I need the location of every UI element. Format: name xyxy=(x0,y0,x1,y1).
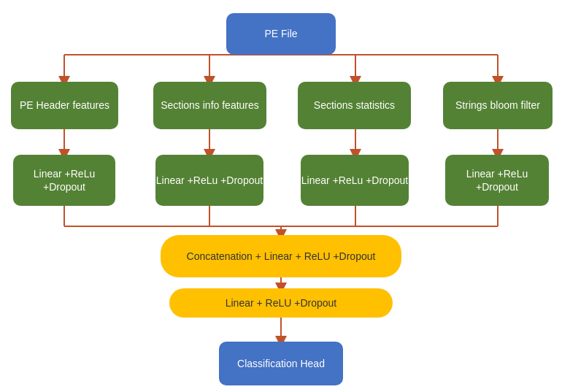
strings-bloom-label: Strings bloom filter xyxy=(455,99,540,112)
linear4-label: Linear +ReLu +Dropout xyxy=(445,167,549,193)
diagram: PE File PE Header features Sections info… xyxy=(0,0,562,392)
class-head-node: Classification Head xyxy=(219,342,343,385)
sections-stats-label: Sections statistics xyxy=(314,99,395,112)
strings-bloom-node: Strings bloom filter xyxy=(443,82,553,129)
linear1-node: Linear +ReLu +Dropout xyxy=(13,155,115,206)
pe-header-label: PE Header features xyxy=(20,99,109,112)
pe-header-node: PE Header features xyxy=(11,82,118,129)
linear3-label: Linear +ReLu +Dropout xyxy=(301,174,408,187)
concat-label: Concatenation + Linear + ReLU +Dropout xyxy=(187,250,376,263)
pe-file-node: PE File xyxy=(226,13,336,55)
linear5-node: Linear + ReLU +Dropout xyxy=(169,288,393,318)
linear1-label: Linear +ReLu +Dropout xyxy=(13,167,115,193)
class-head-label: Classification Head xyxy=(237,357,325,370)
linear4-node: Linear +ReLu +Dropout xyxy=(445,155,549,206)
linear2-label: Linear +ReLu +Dropout xyxy=(156,174,263,187)
sections-info-node: Sections info features xyxy=(153,82,266,129)
linear3-node: Linear +ReLu +Dropout xyxy=(301,155,409,206)
sections-info-label: Sections info features xyxy=(161,99,259,112)
linear5-label: Linear + ReLU +Dropout xyxy=(226,296,337,310)
linear2-node: Linear +ReLu +Dropout xyxy=(155,155,263,206)
pe-file-label: PE File xyxy=(264,27,297,40)
sections-stats-node: Sections statistics xyxy=(298,82,411,129)
concat-node: Concatenation + Linear + ReLU +Dropout xyxy=(161,235,401,277)
